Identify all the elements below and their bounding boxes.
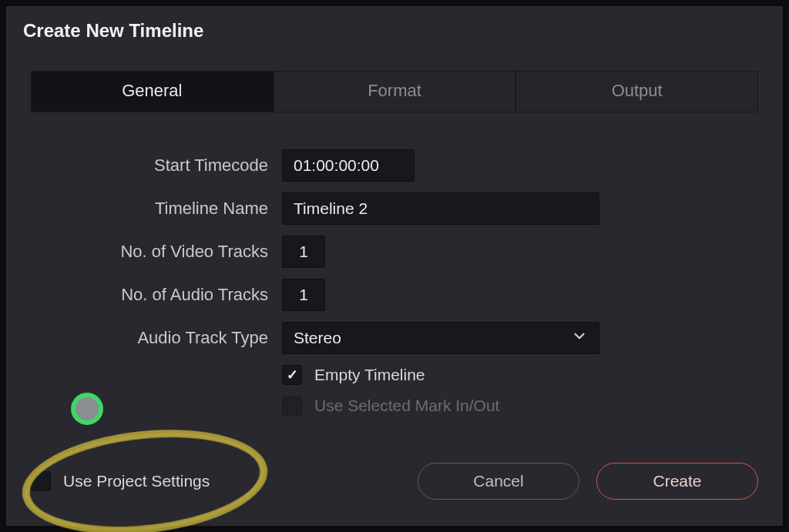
dialog-footer: Use Project Settings Cancel Create [31,463,758,500]
create-new-timeline-dialog: Create New Timeline General Format Outpu… [5,5,784,527]
timeline-name-label: Timeline Name [6,199,282,219]
chevron-down-icon [571,328,588,349]
tab-general[interactable]: General [31,71,274,112]
audio-tracks-label: No. of Audio Tracks [6,285,282,305]
video-tracks-label: No. of Video Tracks [6,242,282,262]
use-project-settings-checkbox[interactable] [31,471,51,491]
start-timecode-input[interactable] [282,149,415,182]
create-button[interactable]: Create [596,463,758,500]
empty-timeline-checkbox[interactable] [282,365,302,385]
dialog-title: Create New Timeline [6,6,783,49]
start-timecode-label: Start Timecode [6,156,282,176]
empty-timeline-label: Empty Timeline [314,366,425,384]
audio-tracks-input[interactable] [282,279,325,311]
use-mark-inout-checkbox [282,396,302,416]
use-project-settings-label: Use Project Settings [63,472,210,490]
video-tracks-input[interactable] [282,236,325,268]
timeline-name-input[interactable] [282,192,599,225]
tab-format[interactable]: Format [274,71,516,112]
use-mark-inout-label: Use Selected Mark In/Out [314,396,499,415]
tab-bar: General Format Output [31,71,758,112]
general-form: Start Timecode Timeline Name No. of Vide… [6,149,783,416]
cancel-button[interactable]: Cancel [418,463,579,500]
audio-track-type-value: Stereo [294,329,341,347]
tab-output[interactable]: Output [515,71,758,112]
audio-track-type-label: Audio Track Type [6,328,282,348]
audio-track-type-select[interactable]: Stereo [282,322,599,354]
